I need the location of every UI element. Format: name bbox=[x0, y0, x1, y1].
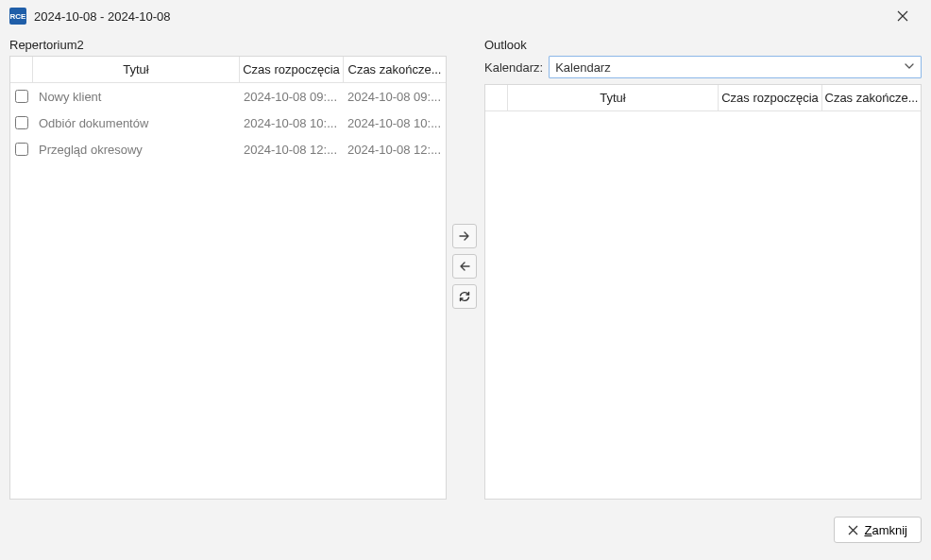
left-col-title[interactable]: Tytuł bbox=[33, 57, 240, 82]
left-panel-label: Repertorium2 bbox=[9, 32, 447, 56]
left-grid-body: Nowy klient 2024-10-08 09:... 2024-10-08… bbox=[10, 83, 446, 499]
right-grid-body bbox=[485, 111, 921, 499]
row-start: 2024-10-08 09:... bbox=[240, 90, 344, 104]
refresh-icon bbox=[458, 290, 471, 303]
chevron-down-icon bbox=[904, 60, 915, 75]
footer: Zamknij bbox=[0, 509, 931, 551]
move-right-button[interactable] bbox=[452, 224, 477, 248]
right-col-start[interactable]: Czas rozpoczęcia bbox=[719, 85, 822, 110]
row-end: 2024-10-08 12:... bbox=[344, 143, 446, 157]
close-icon bbox=[897, 10, 908, 22]
left-grid: Tytuł Czas rozpoczęcia Czas zakończe... … bbox=[9, 56, 447, 500]
row-title: Nowy klient bbox=[33, 90, 240, 104]
window-close-button[interactable] bbox=[884, 2, 922, 30]
arrow-right-icon bbox=[458, 229, 471, 243]
row-end: 2024-10-08 10:... bbox=[344, 116, 446, 130]
row-checkbox[interactable] bbox=[15, 90, 28, 103]
close-icon bbox=[848, 525, 858, 535]
row-title: Przegląd okresowy bbox=[33, 143, 240, 157]
table-row[interactable]: Nowy klient 2024-10-08 09:... 2024-10-08… bbox=[10, 83, 446, 110]
left-panel: Repertorium2 Tytuł Czas rozpoczęcia Czas… bbox=[9, 32, 447, 500]
right-panel: Outlook Kalendarz: Kalendarz Tytuł Czas … bbox=[484, 32, 922, 500]
right-col-end[interactable]: Czas zakończe... bbox=[822, 85, 921, 110]
arrow-left-icon bbox=[458, 260, 471, 273]
table-row[interactable]: Odbiór dokumentów 2024-10-08 10:... 2024… bbox=[10, 110, 446, 136]
table-row[interactable]: Przegląd okresowy 2024-10-08 12:... 2024… bbox=[10, 136, 446, 162]
calendar-label: Kalendarz: bbox=[484, 60, 543, 75]
row-checkbox[interactable] bbox=[15, 143, 28, 156]
calendar-select-value: Kalendarz bbox=[555, 60, 611, 75]
row-checkbox[interactable] bbox=[15, 116, 28, 129]
close-button-label: Zamknij bbox=[864, 523, 907, 537]
left-col-start[interactable]: Czas rozpoczęcia bbox=[240, 57, 344, 82]
move-left-button[interactable] bbox=[452, 254, 477, 279]
sync-button[interactable] bbox=[452, 284, 477, 309]
row-end: 2024-10-08 09:... bbox=[344, 90, 446, 104]
right-col-title[interactable]: Tytuł bbox=[508, 85, 719, 110]
row-start: 2024-10-08 12:... bbox=[240, 143, 344, 157]
row-title: Odbiór dokumentów bbox=[33, 116, 240, 130]
right-panel-label: Outlook bbox=[484, 32, 922, 56]
left-col-checkbox[interactable] bbox=[10, 57, 33, 82]
calendar-select[interactable]: Kalendarz bbox=[549, 56, 922, 78]
app-icon: RCE bbox=[9, 8, 26, 25]
right-grid-header: Tytuł Czas rozpoczęcia Czas zakończe... bbox=[485, 85, 921, 111]
left-grid-header: Tytuł Czas rozpoczęcia Czas zakończe... bbox=[10, 57, 446, 83]
left-col-end[interactable]: Czas zakończe... bbox=[344, 57, 446, 82]
transfer-buttons bbox=[452, 32, 479, 500]
right-grid: Tytuł Czas rozpoczęcia Czas zakończe... bbox=[484, 84, 922, 500]
window-title: 2024-10-08 - 2024-10-08 bbox=[34, 9, 884, 24]
row-start: 2024-10-08 10:... bbox=[240, 116, 344, 130]
titlebar: RCE 2024-10-08 - 2024-10-08 bbox=[0, 0, 931, 32]
right-col-checkbox[interactable] bbox=[485, 85, 508, 110]
close-button[interactable]: Zamknij bbox=[834, 517, 922, 543]
